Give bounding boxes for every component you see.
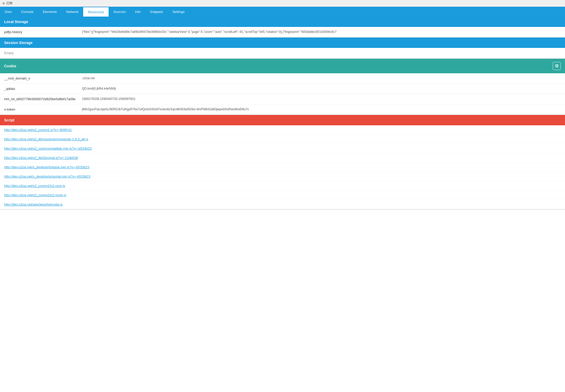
script-header: Script xyxy=(0,115,565,125)
row-key: __root_domain_v xyxy=(4,76,82,80)
script-link[interactable]: http://dev.o2oa.net/o2_core/compatible.m… xyxy=(0,144,565,153)
table-row: _qddaz QD.boi4j5.jbffvt.k4e56t9j xyxy=(0,84,565,94)
tab-resources[interactable]: Resources xyxy=(83,7,109,17)
script-link[interactable]: http://dev.o2oa.net/app/weui/js/eruda.js xyxy=(0,200,565,209)
row-value: jlMh2guoFiaLlqwALl90RDJbTuRgyR7No7ufQmk2… xyxy=(82,107,561,111)
script-link[interactable]: http://dev.o2oa.net/o2_core/o2.js?v=-909… xyxy=(0,125,565,135)
row-key: _qddaz xyxy=(4,87,82,91)
script-link[interactable]: http://dev.o2oa.net/o2_lib/mootools/moot… xyxy=(0,135,565,144)
local-storage-body: pdfjs.history {"files":[{"fingerprint":"… xyxy=(0,27,565,37)
row-key: pdfjs.history xyxy=(4,30,82,34)
cookie-section: Cookie ⚙ __root_domain_v .o2oa.net _qdda… xyxy=(0,59,565,115)
session-storage-title: Session Storage xyxy=(4,41,33,45)
tab-dom[interactable]: Dom xyxy=(0,7,16,17)
session-storage-empty: Empty xyxy=(0,48,565,58)
cookie-title: Cookie xyxy=(4,64,16,68)
tab-snippets[interactable]: Snippets xyxy=(145,7,168,17)
row-key: x-token xyxy=(4,107,82,111)
tab-sources[interactable]: Sources xyxy=(109,7,130,17)
tab-info[interactable]: Info xyxy=(130,7,145,17)
row-value: QD.boi4j5.jbffvt.k4e56t9j xyxy=(82,87,561,90)
tab-console[interactable]: Console xyxy=(16,7,38,17)
cookie-body: __root_domain_v .o2oa.net _qddaz QD.boi4… xyxy=(0,73,565,114)
script-link[interactable]: http://dev.o2oa.net/o2_core/o2/o2.core.j… xyxy=(0,181,565,191)
local-storage-section: Local Storage pdfjs.history {"files":[{"… xyxy=(0,17,565,38)
script-title: Script xyxy=(4,118,15,122)
content-area: Local Storage pdfjs.history {"files":[{"… xyxy=(0,17,565,210)
session-storage-body: Empty xyxy=(0,48,565,58)
tab-elements[interactable]: Elements xyxy=(38,7,61,17)
tab-bar: Dom Console Elements Network Resources S… xyxy=(0,7,565,17)
table-row: pdfjs.history {"files":[{"fingerprint":"… xyxy=(0,27,565,37)
table-row: x-token jlMh2guoFiaLlqwALl90RDJbTuRgyR7N… xyxy=(0,104,565,114)
script-link[interactable]: http://dev.o2oa.net/o2_core/o2/o2.more.j… xyxy=(0,191,565,200)
session-storage-header: Session Storage xyxy=(0,38,565,48)
tab-settings[interactable]: Settings xyxy=(168,7,189,17)
local-storage-title: Local Storage xyxy=(4,20,28,24)
row-value: 1589178338,1590040726,1590997601 xyxy=(82,97,561,101)
script-body: http://dev.o2oa.net/o2_core/o2.js?v=-909… xyxy=(0,125,565,209)
script-link[interactable]: http://dev.o2oa.net/x_desktop/js/base.mi… xyxy=(0,163,565,172)
table-row: Hm_lvt_b60277863000072d920be5d8bf17a09e … xyxy=(0,94,565,104)
session-storage-section: Session Storage Empty xyxy=(0,38,565,59)
title-bar: 已阅 xyxy=(0,0,565,7)
row-value: .o2oa.net xyxy=(82,76,561,80)
script-link[interactable]: http://dev.o2oa.net/o2_lib/Decimal.js?v=… xyxy=(0,153,565,163)
gear-icon[interactable]: ⚙ xyxy=(553,62,561,70)
status-dot xyxy=(3,2,5,4)
title-text: 已阅 xyxy=(6,1,12,5)
script-section: Script http://dev.o2oa.net/o2_core/o2.js… xyxy=(0,115,565,210)
row-value: {"files":[{"fingerprint":"94426e9d89c7a8… xyxy=(82,30,561,34)
script-link[interactable]: http://dev.o2oa.net/x_desktop/js/portal.… xyxy=(0,172,565,181)
tab-network[interactable]: Network xyxy=(61,7,83,17)
row-key: Hm_lvt_b60277863000072d920be5d8bf17a09e xyxy=(4,97,82,101)
cookie-header: Cookie ⚙ xyxy=(0,59,565,73)
local-storage-header: Local Storage xyxy=(0,17,565,27)
table-row: __root_domain_v .o2oa.net xyxy=(0,73,565,84)
